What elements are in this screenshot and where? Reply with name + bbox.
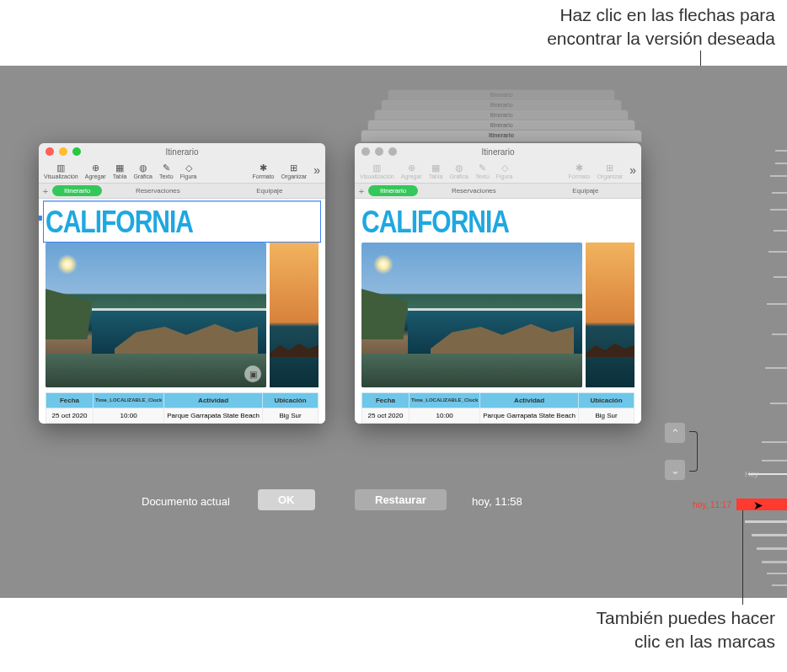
toolbar-figura: ◇Figura [496,163,513,179]
itinerary-table: Fecha Time_LOCALIZABLE_Clock Actividad U… [361,392,634,424]
toolbar-visualizacion[interactable]: ▥Visualización [44,163,78,179]
tab-reservaciones[interactable]: Reservaciones [102,187,213,195]
titlebar: Itinerario [39,143,325,160]
table-row[interactable]: 25 oct 2020 10:00 Parque Garrapata State… [46,408,319,424]
cell-actividad: Parque Garrapata State Beach [164,408,263,424]
window-title: Itinerario [355,147,641,157]
photo-row: ▣ [46,243,319,387]
photo-coast[interactable]: ▣ [46,243,266,387]
chevron-right-icon[interactable]: » [313,163,320,179]
table-row: 25 oct 2020 10:00 Parque Garrapata State… [362,408,634,424]
timeline-tick[interactable] [772,333,787,335]
sheet-tabs: + Itinerario Reservaciones Equipaje [39,184,325,199]
text-icon: ✎ [476,163,488,173]
timeline-tick[interactable] [770,209,787,211]
timeline-tick[interactable] [767,303,787,305]
ok-button[interactable]: OK [258,489,315,510]
timeline-tick[interactable] [774,276,787,278]
plus-icon: ⊕ [405,163,417,173]
toolbar-formato: ✱Formato [568,163,590,179]
toolbar-label: Gráfica [133,173,153,179]
th-fecha: Fecha [362,393,410,408]
version-timestamp-label: hoy, 11:58 [472,495,522,508]
toolbar-label: Agregar [85,173,106,179]
cell-ubicacion: Big Sur [579,408,634,424]
restore-button[interactable]: Restaurar [355,489,447,510]
table-icon: ▦ [114,163,126,173]
tab-itinerario[interactable]: Itinerario [52,185,102,196]
toolbar-texto[interactable]: ✎Texto [159,163,174,179]
tab-equipaje[interactable]: Equipaje [214,187,325,195]
itinerary-table[interactable]: Fecha Time_LOCALIZABLE_Clock Actividad U… [46,392,319,424]
toolbar-organizar[interactable]: ⊞Organizar [281,163,307,179]
cell-fecha: 25 oct 2020 [46,408,94,424]
document-canvas[interactable]: CALIFORNIA ▣ Fecha Time_LOCALIZABLE_Cloc… [39,199,325,424]
th-clock: Time_LOCALIZABLE_Clock [94,393,164,408]
toolbar-texto: ✎Texto [475,163,490,179]
headline-text[interactable]: CALIFORNIA [46,204,319,240]
timeline-tick[interactable] [762,460,787,461]
table-icon: ▦ [430,163,442,173]
arrange-icon: ⊞ [288,163,300,173]
th-ubicacion: Ubicación [263,393,319,408]
chevron-right-icon: » [629,163,636,179]
toolbar-agregar: ⊕Agregar [401,163,422,179]
view-icon: ▥ [371,163,383,173]
toolbar-tabla[interactable]: ▦Tabla [113,163,127,179]
version-next-button[interactable]: ⌄ [664,459,686,481]
timeline-tick[interactable] [774,230,787,232]
photo-sunset [586,243,634,387]
timeline-tick[interactable] [762,561,787,563]
add-sheet-button: + [355,186,368,196]
timeline-tick[interactable] [770,175,787,177]
timeline-tick[interactable] [752,534,787,536]
th-fecha: Fecha [46,393,94,408]
timeline-tick[interactable] [767,573,787,574]
callout-ticks: También puedes hacer clic en las marcas [597,606,775,654]
toolbar-label: Tabla [113,173,127,179]
toolbar-label: Formato [252,173,274,179]
chart-icon: ◍ [137,163,149,173]
image-placeholder-icon[interactable]: ▣ [244,365,261,382]
toolbar-visualizacion: ▥Visualización [360,163,394,179]
toolbar-grafica[interactable]: ◍Gráfica [133,163,153,179]
toolbar-organizar: ⊞Organizar [597,163,623,179]
sheet-tabs: + Itinerario Reservaciones Equipaje [355,184,641,199]
toolbar-formato[interactable]: ✱Formato [252,163,274,179]
timeline-tick[interactable] [775,150,787,152]
current-document-window: Itinerario ▥Visualización ⊕Agregar ▦Tabl… [39,143,325,424]
timeline-tick[interactable] [768,251,787,253]
tab-equipaje: Equipaje [530,187,641,195]
callout-line-bottom [742,510,743,605]
format-icon: ✱ [573,163,585,173]
headline-text: CALIFORNIA [361,204,634,240]
add-sheet-button[interactable]: + [39,186,52,196]
timeline-tick[interactable] [762,441,787,443]
th-clock: Time_LOCALIZABLE_Clock [410,393,480,408]
timeline-tick[interactable] [770,403,787,404]
photo-row [361,243,634,387]
timeline-tick-today[interactable] [748,473,787,475]
cell-actividad: Parque Garrapata State Beach [480,408,579,424]
toolbar-figura[interactable]: ◇Figura [180,163,197,179]
timeline-tick[interactable] [772,584,787,586]
toolbar: ▥Visualización ⊕Agregar ▦Tabla ◍Gráfica … [355,160,641,184]
format-icon: ✱ [257,163,269,173]
timeline-tick[interactable] [765,367,787,369]
cell-ubicacion: Big Sur [263,408,319,424]
toolbar-label: Figura [180,173,197,179]
timeline-tick[interactable] [745,520,787,523]
text-icon: ✎ [160,163,172,173]
timeline-tick[interactable] [772,192,787,194]
tab-itinerario: Itinerario [368,185,418,196]
timeline-tick[interactable] [757,547,787,550]
toolbar-agregar[interactable]: ⊕Agregar [85,163,106,179]
timeline-tick[interactable] [775,163,787,164]
selection-handle[interactable] [39,216,42,221]
th-actividad: Actividad [164,393,263,408]
version-prev-button[interactable]: ⌃ [664,422,686,444]
tab-reservaciones: Reservaciones [418,187,529,195]
photo-sunset[interactable] [270,243,319,387]
shape-icon: ◇ [499,163,511,173]
toolbar-label: Agregar [401,173,422,179]
